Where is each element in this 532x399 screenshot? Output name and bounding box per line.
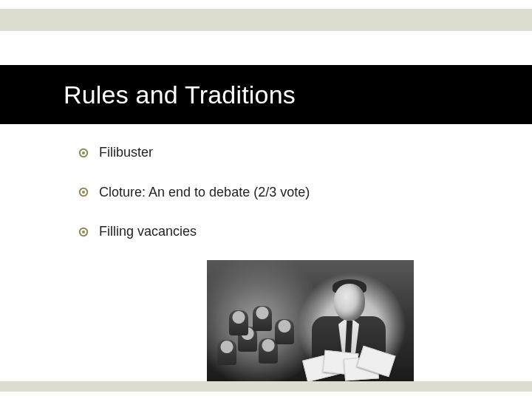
bullet-icon <box>78 148 89 158</box>
list-item: Cloture: An end to debate (2/3 vote) <box>78 185 488 201</box>
bullet-text: Filling vacancies <box>99 224 197 240</box>
list-item: Filling vacancies <box>78 224 488 240</box>
slide: Rules and Traditions Filibuster Cloture:… <box>0 0 532 399</box>
svg-point-5 <box>82 231 85 233</box>
bullet-text: Cloture: An end to debate (2/3 vote) <box>99 185 310 201</box>
slide-title: Rules and Traditions <box>64 81 296 109</box>
bullet-icon <box>78 187 89 197</box>
bullet-icon <box>78 227 89 237</box>
title-band: Rules and Traditions <box>0 65 532 124</box>
body-content: Filibuster Cloture: An end to debate (2/… <box>78 145 488 264</box>
svg-point-1 <box>82 151 85 154</box>
bottom-accent-band <box>0 381 532 392</box>
list-item: Filibuster <box>78 145 488 161</box>
bullet-text: Filibuster <box>99 145 153 161</box>
svg-point-3 <box>82 191 85 194</box>
top-accent-band <box>0 9 532 31</box>
filibuster-photo <box>207 260 414 381</box>
